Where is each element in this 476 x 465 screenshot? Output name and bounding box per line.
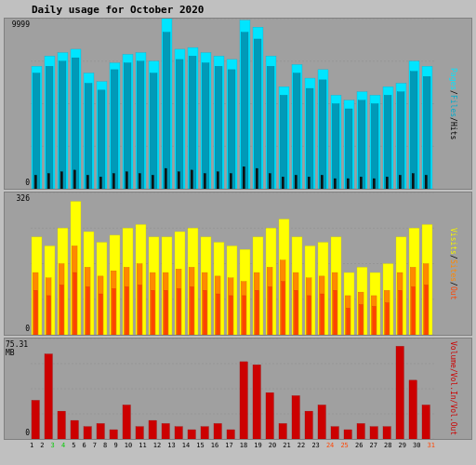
svg-rect-72 <box>319 80 326 189</box>
svg-rect-204 <box>71 420 78 439</box>
svg-rect-211 <box>162 423 169 439</box>
svg-rect-85 <box>373 179 375 189</box>
x-label-12: 12 <box>153 442 161 449</box>
svg-rect-81 <box>358 100 365 189</box>
x-axis: 1234567891011121314151617181920212223242… <box>4 442 472 449</box>
svg-rect-171 <box>321 294 324 335</box>
svg-rect-15 <box>72 58 79 189</box>
x-label-11: 11 <box>139 442 146 449</box>
svg-rect-180 <box>360 304 364 335</box>
bot-bars-area <box>31 339 434 439</box>
svg-rect-220 <box>279 423 286 439</box>
mid-bars-svg <box>31 193 434 335</box>
svg-rect-231 <box>422 405 430 439</box>
svg-rect-57 <box>254 39 261 189</box>
svg-rect-165 <box>295 290 298 335</box>
svg-rect-207 <box>110 430 117 439</box>
svg-rect-120 <box>99 294 103 335</box>
svg-rect-51 <box>228 70 235 189</box>
x-label-2: 2 <box>40 442 44 449</box>
svg-rect-19 <box>86 175 88 189</box>
svg-rect-39 <box>176 60 183 189</box>
svg-rect-90 <box>397 92 404 189</box>
svg-rect-168 <box>308 296 311 335</box>
bot-bars-svg <box>31 339 434 439</box>
svg-rect-88 <box>386 177 388 189</box>
svg-rect-224 <box>331 427 338 439</box>
svg-rect-223 <box>318 405 325 439</box>
x-label-8: 8 <box>103 442 107 449</box>
x-label-27: 27 <box>369 442 377 449</box>
svg-rect-162 <box>282 282 285 335</box>
x-label-31: 31 <box>428 442 435 449</box>
svg-rect-40 <box>178 172 179 189</box>
svg-rect-216 <box>227 430 234 439</box>
svg-rect-94 <box>412 174 414 189</box>
x-label-9: 9 <box>113 442 117 449</box>
top-bars-svg <box>31 19 434 189</box>
svg-rect-96 <box>423 76 430 189</box>
svg-rect-13 <box>60 172 62 189</box>
svg-rect-70 <box>308 177 310 189</box>
svg-rect-153 <box>243 296 246 335</box>
x-label-18: 18 <box>240 442 247 449</box>
top-panel: 9999 0 Pages/Files/Hits <box>4 18 472 190</box>
svg-rect-219 <box>266 392 273 439</box>
x-label-15: 15 <box>196 442 204 449</box>
svg-rect-93 <box>410 72 417 189</box>
svg-rect-66 <box>293 73 300 189</box>
svg-rect-150 <box>230 296 233 335</box>
x-label-5: 5 <box>72 442 75 449</box>
svg-rect-177 <box>347 308 350 335</box>
svg-rect-87 <box>384 95 391 189</box>
svg-rect-105 <box>34 290 38 335</box>
svg-rect-147 <box>217 294 220 335</box>
x-label-7: 7 <box>93 442 97 449</box>
svg-rect-61 <box>269 174 271 189</box>
chart-container: Daily usage for October 2020 9999 0 Page… <box>0 0 476 465</box>
mid-panel: 326 0 Visits/Sites/Out <box>4 192 472 336</box>
bot-right-label: Volume/Vol.In/Vol.Out <box>434 339 471 439</box>
x-label-10: 10 <box>125 442 132 449</box>
svg-rect-48 <box>215 66 222 189</box>
x-label-6: 6 <box>82 442 86 449</box>
svg-rect-203 <box>58 411 65 439</box>
svg-rect-202 <box>45 354 52 439</box>
x-label-17: 17 <box>225 442 232 449</box>
svg-rect-225 <box>344 430 351 439</box>
x-label-24: 24 <box>326 442 334 449</box>
svg-rect-217 <box>240 362 247 439</box>
svg-rect-54 <box>241 33 248 189</box>
svg-rect-144 <box>204 290 207 335</box>
svg-rect-64 <box>282 177 284 189</box>
svg-rect-52 <box>230 174 231 189</box>
x-label-22: 22 <box>298 442 305 449</box>
chart-title: Daily usage for October 2020 <box>4 4 472 16</box>
svg-rect-159 <box>269 286 272 335</box>
svg-rect-28 <box>126 172 127 189</box>
svg-rect-84 <box>371 104 378 190</box>
x-label-19: 19 <box>254 442 261 449</box>
svg-rect-192 <box>412 286 416 335</box>
svg-rect-63 <box>280 95 287 189</box>
svg-rect-141 <box>191 286 194 335</box>
svg-rect-25 <box>112 174 114 189</box>
svg-rect-114 <box>73 272 77 335</box>
x-label-21: 21 <box>283 442 290 449</box>
x-label-29: 29 <box>398 442 405 449</box>
svg-rect-49 <box>217 172 218 189</box>
svg-rect-221 <box>292 395 299 439</box>
x-label-3: 3 <box>51 442 55 449</box>
svg-rect-189 <box>399 290 403 335</box>
svg-rect-21 <box>98 90 105 189</box>
x-label-1: 1 <box>30 442 33 449</box>
x-label-13: 13 <box>167 442 175 449</box>
svg-rect-30 <box>137 61 144 189</box>
svg-rect-31 <box>139 174 140 189</box>
x-label-28: 28 <box>384 442 391 449</box>
svg-rect-36 <box>163 33 170 189</box>
mid-right-label: Visits/Sites/Out <box>434 193 471 335</box>
svg-rect-212 <box>175 427 182 439</box>
svg-rect-222 <box>305 411 312 439</box>
svg-rect-6 <box>33 73 40 189</box>
